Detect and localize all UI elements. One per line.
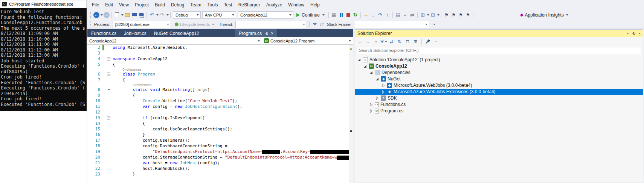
fold-toggle[interactable] (107, 57, 110, 60)
show-all-files-icon[interactable]: ⊞ (412, 38, 419, 45)
code-editor[interactable]: 2using Microsoft.Azure.WebJobs;34namespa… (87, 45, 349, 183)
project-dropdown[interactable]: ConsoleApp12 (87, 37, 262, 44)
menu-item-tools[interactable]: Tools (204, 1, 221, 9)
pin-icon[interactable] (265, 32, 268, 35)
solution-configurations-dropdown[interactable]: Debug (173, 11, 201, 19)
forward-icon[interactable]: → (365, 38, 371, 45)
sort-icon[interactable]: ⇄ (409, 11, 416, 18)
code-line[interactable]: 13 if (config.IsDevelopment) (87, 115, 349, 121)
step-into-button[interactable]: ↓ (369, 11, 377, 18)
show-next-statement-button[interactable]: → (362, 11, 369, 18)
code-line[interactable]: 6 class Program (87, 71, 349, 77)
hierarchy-icon[interactable]: ⊟ (429, 11, 436, 18)
sync-with-active-document-icon[interactable]: ⇄ (388, 38, 395, 45)
code-line[interactable]: 18 config.DashboardConnectionString = (87, 143, 349, 149)
break-all-button[interactable] (337, 11, 345, 18)
startup-projects-dropdown[interactable]: ConsoleApp12 (238, 11, 293, 19)
new-file-button[interactable] (113, 11, 121, 18)
restart-button[interactable]: ↻ (352, 11, 359, 18)
fold-toggle[interactable] (107, 88, 110, 91)
expand-arrow-icon[interactable] (382, 90, 386, 94)
tree-item-nuget[interactable]: NuGet (355, 76, 643, 82)
expand-arrow-icon[interactable] (369, 71, 374, 74)
search-input[interactable] (357, 47, 641, 54)
lifecycle-events-dropdown[interactable]: Lifecycle Events (175, 22, 214, 27)
close-icon[interactable]: × (271, 31, 273, 36)
type-member-dropdown[interactable]: C# ConsoleApp12.Program (262, 37, 353, 44)
code-line[interactable]: 16 } (87, 132, 349, 138)
code-line[interactable]: 3 (87, 50, 349, 56)
code-line[interactable]: 21 var host = new JobHost(config); (87, 160, 349, 166)
code-line[interactable]: 11 var config = new JobHostConfiguration… (87, 104, 349, 109)
close-icon[interactable]: × (638, 32, 641, 36)
step-over-button[interactable]: ↷ (377, 11, 384, 18)
fold-toggle[interactable] (107, 73, 110, 76)
code-line[interactable]: 5{ (87, 62, 349, 67)
code-line[interactable]: 7 { (87, 77, 349, 83)
back-icon[interactable]: ← (357, 38, 363, 45)
collapse-all-icon[interactable]: ⊟ (404, 38, 411, 45)
bookmark-prev-icon[interactable]: ⚑ (457, 11, 464, 18)
redo-button[interactable]: ↷ (159, 11, 166, 18)
tree-item-solution-consoleapp12-1-project-[interactable]: ∞Solution 'ConsoleApp12' (1 project) (355, 57, 643, 63)
menu-item-file[interactable]: File (89, 1, 102, 9)
filter-icon[interactable] (380, 38, 387, 45)
save-button[interactable] (131, 11, 138, 18)
menu-item-help[interactable]: Help (307, 1, 323, 9)
code-line[interactable]: 14 { (87, 121, 349, 126)
menu-item-edit[interactable]: Edit (102, 1, 116, 9)
continue-button[interactable]: Continue (294, 11, 327, 19)
open-file-button[interactable] (124, 11, 131, 18)
chevron-down-icon[interactable] (437, 14, 440, 16)
menu-item-resharper[interactable]: ReSharper (235, 1, 263, 9)
tab-functions-cs[interactable]: Functions.cs (87, 29, 120, 37)
tree-item-program.cs[interactable]: C#Program.cs (355, 108, 643, 114)
expand-arrow-icon[interactable] (369, 103, 374, 106)
code-line[interactable]: 19 "DefaultEndpointsProtocol=https;Accou… (87, 149, 349, 154)
menu-item-build[interactable]: Build (152, 1, 168, 9)
menu-item-view[interactable]: View (116, 1, 132, 9)
menu-item-debug[interactable]: Debug (168, 1, 187, 9)
console-titlebar[interactable]: C:\ C:\Program Files\dotnet\dotnet.exe (0, 0, 87, 8)
code-line[interactable]: 20 config.StorageConnectionString = "Def… (87, 154, 349, 160)
properties-wrench-icon[interactable] (424, 38, 431, 45)
code-line[interactable]: 17 config.UseTimers(); (87, 138, 349, 143)
tree-item-consoleapp12[interactable]: C#ConsoleApp12 (355, 63, 643, 70)
expand-arrow-icon[interactable] (382, 84, 386, 87)
resharper-tool-icon[interactable]: ▤ (394, 11, 401, 18)
menu-item-team[interactable]: Team (187, 1, 204, 9)
bookmark-clear-icon[interactable]: ⚑ (464, 11, 472, 18)
tab-jobhost-cs[interactable]: JobHost.cs (120, 29, 150, 37)
solution-platforms-dropdown[interactable]: Any CPU (202, 11, 236, 19)
codelens-references[interactable]: 0 references (87, 68, 142, 71)
code-line[interactable]: 12 (87, 109, 349, 115)
menu-item-project[interactable]: Project (132, 1, 152, 9)
expand-arrow-icon[interactable] (357, 58, 362, 62)
menu-item-analyze[interactable]: Analyze (263, 1, 285, 9)
expand-arrow-icon[interactable] (363, 65, 368, 68)
toolbar-gripper[interactable] (90, 12, 92, 18)
step-out-button[interactable]: ↑ (384, 11, 391, 18)
stop-debugging-button[interactable] (345, 11, 352, 18)
bookmark-flag-icon[interactable]: ⚑ (443, 11, 450, 18)
home-icon[interactable]: ⌂ (372, 38, 379, 45)
tab-nuget-consoleapp12[interactable]: NuGet: ConsoleApp12 (150, 29, 203, 37)
refresh-icon[interactable]: ↻ (396, 38, 403, 45)
chevron-down-icon[interactable] (166, 14, 169, 16)
tab-program-cs[interactable]: Program.cs× (235, 29, 277, 37)
solution-explorer-titlebar[interactable]: Solution Explorer × (355, 30, 643, 37)
application-insights-button[interactable]: ◆Application Insights (520, 12, 568, 18)
navigate-forward-button[interactable]: → (103, 11, 110, 18)
test-explorer-icon[interactable]: ⊞ (419, 11, 426, 18)
code-line[interactable]: 23 } (87, 171, 349, 177)
navigate-backward-button[interactable]: ← (93, 11, 100, 18)
expand-arrow-icon[interactable] (369, 109, 374, 113)
undo-button[interactable]: ↶ (148, 11, 156, 18)
save-all-button[interactable] (138, 11, 145, 18)
tree-item-dependencies[interactable]: Dependencies (355, 70, 643, 76)
code-line[interactable]: 8 static void Main(string[] args) (87, 87, 349, 92)
expand-arrow-icon[interactable] (375, 77, 380, 81)
code-line[interactable]: 2using Microsoft.Azure.WebJobs; (87, 45, 349, 50)
codelens-references[interactable]: 0 references (87, 83, 151, 87)
code-line[interactable]: 4namespace ConsoleApp12 (87, 56, 349, 62)
